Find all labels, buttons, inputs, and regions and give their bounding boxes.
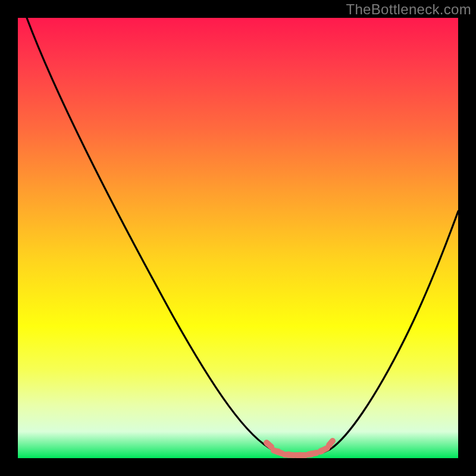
- svg-point-4: [308, 451, 315, 458]
- bottleneck-curve: [27, 18, 458, 455]
- plot-area: [18, 18, 458, 458]
- chart-stage: TheBottleneck.com: [0, 0, 476, 476]
- watermark-label: TheBottleneck.com: [346, 1, 471, 18]
- svg-point-5: [318, 448, 325, 455]
- bottleneck-curve-svg: [18, 18, 458, 458]
- svg-point-3: [297, 452, 303, 459]
- svg-point-0: [265, 441, 271, 447]
- svg-point-6: [327, 442, 333, 448]
- svg-point-2: [286, 452, 292, 458]
- svg-point-1: [275, 449, 281, 455]
